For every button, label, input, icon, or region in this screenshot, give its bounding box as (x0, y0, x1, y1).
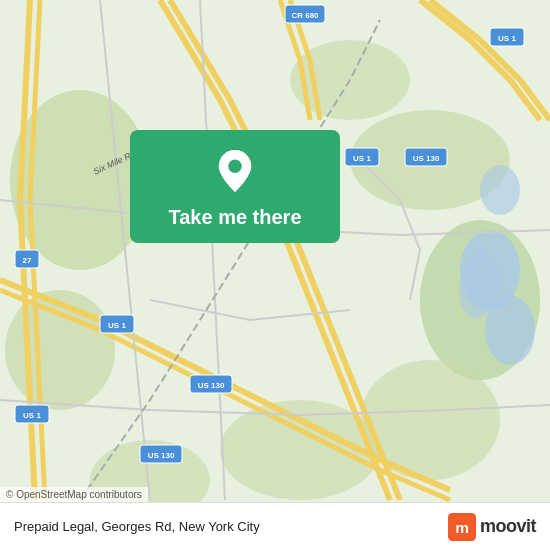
take-me-there-card[interactable]: Take me there (130, 130, 340, 243)
svg-text:US 130: US 130 (413, 154, 440, 163)
take-me-there-button-label: Take me there (168, 206, 301, 229)
svg-point-2 (5, 290, 115, 410)
map-background: US 1 US 130 CR 680 US 1 US 1 US 1 US 130… (0, 0, 550, 550)
copyright-text: © OpenStreetMap contributors (6, 489, 142, 500)
map-container: US 1 US 130 CR 680 US 1 US 1 US 1 US 130… (0, 0, 550, 550)
moovit-logo-text: moovit (480, 516, 536, 537)
svg-text:US 1: US 1 (23, 411, 41, 420)
svg-text:US 1: US 1 (353, 154, 371, 163)
location-pin-icon (211, 148, 259, 196)
location-label: Prepaid Legal, Georges Rd, New York City (14, 519, 260, 534)
svg-text:US 130: US 130 (148, 451, 175, 460)
moovit-logo-icon: m (448, 513, 476, 541)
svg-text:m: m (455, 518, 469, 535)
svg-point-10 (485, 295, 535, 365)
svg-text:27: 27 (23, 256, 32, 265)
copyright-bar: © OpenStreetMap contributors (0, 487, 148, 502)
moovit-logo: m moovit (448, 513, 536, 541)
svg-point-32 (228, 160, 241, 173)
bottom-bar: Prepaid Legal, Georges Rd, New York City… (0, 502, 550, 550)
svg-text:US 1: US 1 (498, 34, 516, 43)
svg-text:US 130: US 130 (198, 381, 225, 390)
svg-point-11 (480, 165, 520, 215)
svg-text:CR 680: CR 680 (291, 11, 319, 20)
svg-text:US 1: US 1 (108, 321, 126, 330)
